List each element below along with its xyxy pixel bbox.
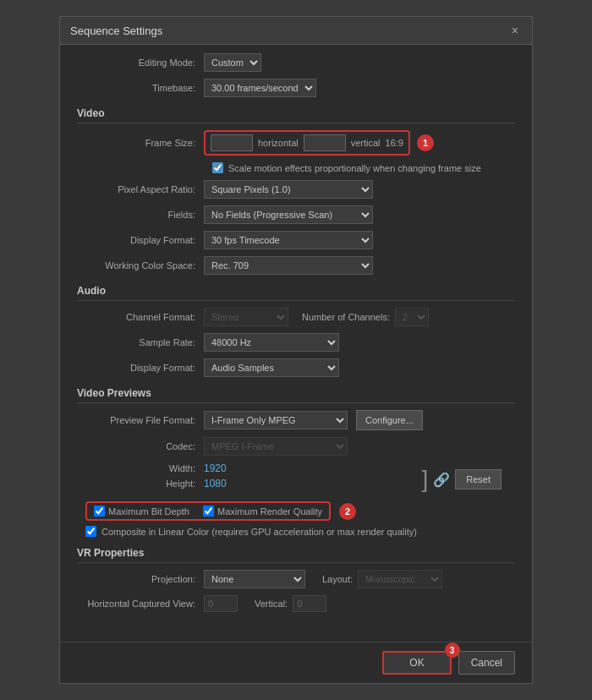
video-section-header: Video	[77, 107, 515, 123]
display-format-audio-select[interactable]: Audio Samples	[204, 358, 339, 377]
timebase-select[interactable]: 30.00 frames/second	[204, 79, 316, 97]
title-bar: Sequence Settings ×	[60, 17, 532, 45]
num-channels-label: Number of Channels:	[302, 312, 390, 322]
sample-rate-label: Sample Rate:	[77, 337, 204, 347]
editing-mode-select[interactable]: Custom	[204, 53, 261, 72]
badge-3: 3	[445, 643, 460, 658]
fields-row: Fields: No Fields (Progressive Scan)	[77, 205, 515, 224]
preview-width-label: Width:	[77, 463, 204, 473]
sample-rate-select[interactable]: 48000 Hz	[204, 333, 339, 352]
preview-width-row: Width: 1920	[77, 462, 421, 474]
cancel-button[interactable]: Cancel	[458, 651, 515, 675]
display-format-audio-label: Display Format:	[77, 363, 204, 373]
ok-button-wrapper: OK 3	[382, 651, 451, 675]
working-color-row: Working Color Space: Rec. 709	[77, 256, 515, 275]
editing-mode-label: Editing Mode:	[77, 57, 204, 68]
pixel-aspect-label: Pixel Aspect Ratio:	[77, 184, 204, 194]
video-previews-section-header: Video Previews	[77, 387, 515, 403]
sequence-settings-dialog: Sequence Settings × Editing Mode: Custom…	[59, 16, 533, 684]
preview-file-format-label: Preview File Format:	[77, 415, 204, 425]
frame-size-controls: 1920 horizontal 1080 vertical 16:9	[204, 130, 410, 156]
configure-button[interactable]: Configure...	[356, 410, 423, 430]
reset-button[interactable]: Reset	[455, 469, 502, 489]
vr-projection-select[interactable]: None	[204, 570, 305, 588]
timebase-row: Timebase: 30.00 frames/second	[77, 79, 515, 97]
vr-layout-label: Layout:	[322, 574, 353, 584]
vr-section-header: VR Properties	[77, 547, 515, 563]
vertical-label: vertical	[351, 138, 381, 148]
bottom-buttons: OK 3 Cancel	[60, 642, 532, 683]
channel-format-select: Stereo	[204, 308, 288, 326]
vr-vertical-input	[293, 595, 326, 612]
dialog-body: Editing Mode: Custom Timebase: 30.00 fra…	[60, 45, 532, 642]
composite-row: Composite in Linear Color (requires GPU …	[85, 526, 515, 537]
vr-layout-select: Monoscopic	[358, 570, 442, 588]
working-color-select[interactable]: Rec. 709	[204, 256, 373, 275]
vr-vertical-label: Vertical:	[255, 599, 288, 609]
frame-size-row: Frame Size: 1920 horizontal 1080 vertica…	[77, 130, 515, 156]
width-height-reset-group: Width: 1920 Height: 1080 ] 🔗 Reset	[77, 462, 515, 496]
preview-height-row: Height: 1080	[77, 478, 421, 489]
dialog-title: Sequence Settings	[70, 25, 162, 37]
codec-label: Codec:	[77, 441, 204, 451]
display-format-video-select[interactable]: 30 fps Timecode	[204, 231, 373, 249]
frame-width-input[interactable]: 1920	[211, 134, 253, 151]
bracket-reset-group: ] 🔗 Reset	[421, 468, 502, 491]
timebase-label: Timebase:	[77, 83, 204, 93]
vr-horizontal-label: Horizontal Captured View:	[77, 599, 204, 609]
scale-motion-row: Scale motion effects proportionally when…	[212, 162, 515, 173]
codec-select: MPEG I-Frame	[204, 437, 348, 456]
sample-rate-row: Sample Rate: 48000 Hz	[77, 333, 515, 352]
quality-checkboxes-row: Maximum Bit Depth Maximum Render Quality…	[85, 501, 515, 521]
codec-row: Codec: MPEG I-Frame	[77, 437, 515, 456]
pixel-aspect-row: Pixel Aspect Ratio: Square Pixels (1.0)	[77, 180, 515, 199]
display-format-video-row: Display Format: 30 fps Timecode	[77, 231, 515, 249]
audio-section-header: Audio	[77, 285, 515, 301]
width-height-col: Width: 1920 Height: 1080	[77, 462, 421, 496]
composite-label: Composite in Linear Color (requires GPU …	[101, 527, 417, 537]
max-bit-depth-item: Maximum Bit Depth	[94, 506, 189, 517]
chain-icon: 🔗	[433, 472, 450, 488]
working-color-label: Working Color Space:	[77, 260, 204, 271]
horizontal-label: horizontal	[258, 138, 299, 148]
preview-height-value: 1080	[204, 478, 227, 489]
editing-mode-row: Editing Mode: Custom	[77, 53, 515, 72]
fields-select[interactable]: No Fields (Progressive Scan)	[204, 205, 373, 224]
channel-format-row: Channel Format: Stereo Number of Channel…	[77, 308, 515, 326]
channel-format-label: Channel Format:	[77, 312, 204, 322]
max-render-quality-item: Maximum Render Quality	[203, 506, 322, 517]
fields-label: Fields:	[77, 210, 204, 220]
composite-checkbox[interactable]	[85, 526, 96, 537]
vr-projection-label: Projection:	[77, 574, 204, 584]
frame-height-input[interactable]: 1080	[304, 134, 346, 151]
aspect-ratio: 16:9	[386, 138, 403, 148]
preview-width-value: 1920	[204, 462, 227, 474]
badge-2: 2	[339, 503, 356, 520]
close-button[interactable]: ×	[508, 24, 522, 37]
vr-captured-row: Horizontal Captured View: Vertical:	[77, 595, 515, 612]
ok-button[interactable]: OK	[382, 651, 451, 675]
badge-1: 1	[417, 134, 434, 151]
max-render-quality-checkbox[interactable]	[203, 506, 214, 517]
max-render-quality-label: Maximum Render Quality	[217, 506, 322, 517]
vr-horizontal-input	[204, 595, 238, 612]
display-format-video-label: Display Format:	[77, 235, 204, 245]
pixel-aspect-select[interactable]: Square Pixels (1.0)	[204, 180, 373, 199]
scale-motion-checkbox[interactable]	[212, 162, 223, 173]
vr-projection-row: Projection: None Layout: Monoscopic	[77, 570, 515, 588]
preview-height-label: Height:	[77, 479, 204, 489]
max-bit-depth-label: Maximum Bit Depth	[108, 506, 189, 517]
preview-file-format-row: Preview File Format: I-Frame Only MPEG C…	[77, 410, 515, 430]
quality-checkbox-group: Maximum Bit Depth Maximum Render Quality	[85, 501, 331, 521]
num-channels-select: 2	[395, 308, 429, 326]
preview-file-format-select[interactable]: I-Frame Only MPEG	[204, 411, 348, 429]
scale-motion-label: Scale motion effects proportionally when…	[228, 163, 481, 173]
display-format-audio-row: Display Format: Audio Samples	[77, 358, 515, 377]
frame-size-label: Frame Size:	[77, 138, 204, 148]
bracket-icon: ]	[421, 468, 428, 491]
max-bit-depth-checkbox[interactable]	[94, 506, 105, 517]
